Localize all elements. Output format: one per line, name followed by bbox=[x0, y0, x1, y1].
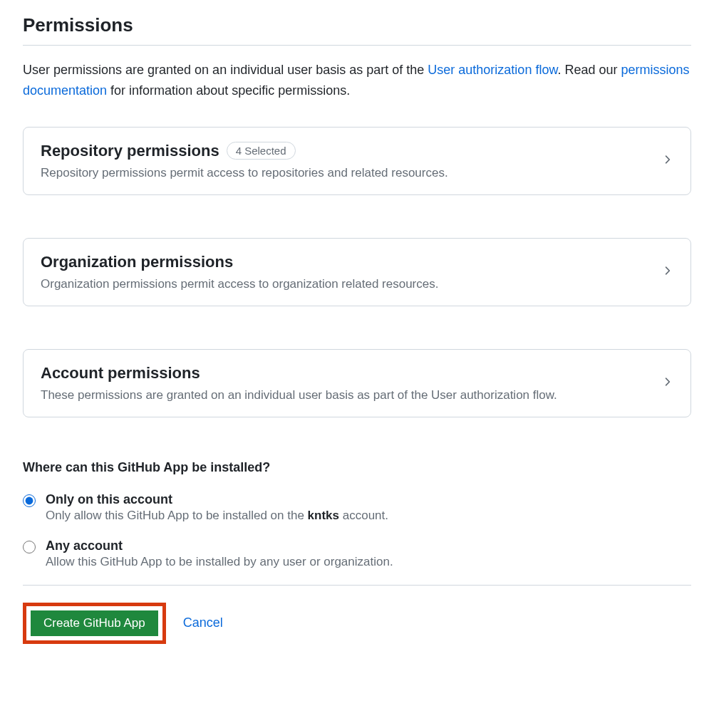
organization-permissions-title: Organization permissions bbox=[41, 253, 233, 271]
intro-text-2: . Read our bbox=[557, 63, 621, 77]
divider bbox=[23, 585, 691, 586]
chevron-right-icon bbox=[661, 375, 673, 391]
organization-permissions-desc: Organization permissions permit access t… bbox=[41, 277, 661, 291]
user-authorization-flow-link[interactable]: User authorization flow bbox=[428, 63, 557, 77]
organization-permissions-card[interactable]: Organization permissions Organization pe… bbox=[23, 238, 691, 306]
intro-text-3: for information about specific permissio… bbox=[107, 83, 350, 98]
repository-permissions-badge: 4 Selected bbox=[227, 142, 296, 160]
radio-label-any-account[interactable]: Any account bbox=[46, 539, 691, 553]
radio-label-only-this-account[interactable]: Only on this account bbox=[46, 492, 691, 507]
chevron-right-icon bbox=[661, 153, 673, 169]
install-option-only-this-account[interactable]: Only on this account Only allow this Git… bbox=[23, 492, 691, 523]
account-permissions-desc: These permissions are granted on an indi… bbox=[41, 388, 661, 402]
chevron-right-icon bbox=[661, 264, 673, 280]
radio-desc-any-account: Allow this GitHub App to be installed by… bbox=[46, 555, 691, 569]
install-option-any-account[interactable]: Any account Allow this GitHub App to be … bbox=[23, 539, 691, 569]
intro-text-1: User permissions are granted on an indiv… bbox=[23, 63, 428, 77]
account-permissions-card[interactable]: Account permissions These permissions ar… bbox=[23, 349, 691, 417]
account-name: kntks bbox=[308, 509, 339, 522]
radio-only-this-account[interactable] bbox=[23, 494, 36, 507]
create-github-app-button[interactable]: Create GitHub App bbox=[31, 610, 158, 636]
permissions-intro: User permissions are granted on an indiv… bbox=[23, 60, 691, 101]
create-button-highlight: Create GitHub App bbox=[23, 603, 166, 644]
repository-permissions-card[interactable]: Repository permissions 4 Selected Reposi… bbox=[23, 127, 691, 195]
repository-permissions-desc: Repository permissions permit access to … bbox=[41, 166, 661, 180]
repository-permissions-title: Repository permissions bbox=[41, 142, 219, 160]
cancel-link[interactable]: Cancel bbox=[183, 615, 223, 630]
install-location-heading: Where can this GitHub App be installed? bbox=[23, 460, 691, 475]
permissions-heading: Permissions bbox=[23, 14, 691, 46]
account-permissions-title: Account permissions bbox=[41, 364, 200, 383]
radio-any-account[interactable] bbox=[23, 541, 36, 553]
radio-desc-only-this-account: Only allow this GitHub App to be install… bbox=[46, 509, 691, 523]
